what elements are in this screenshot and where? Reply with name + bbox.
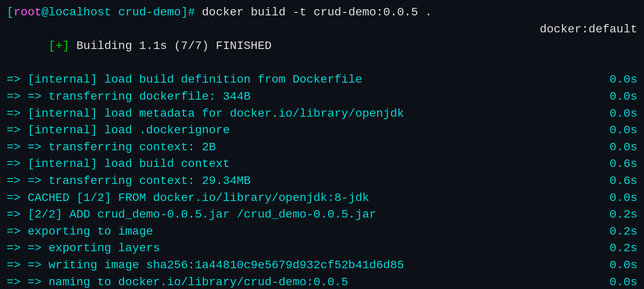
step-line-11: => => exporting layers 0.2s [7, 240, 637, 257]
step-text-8: => CACHED [1/2] FROM docker.io/library/o… [7, 190, 604, 207]
prompt-path: crud-demo [118, 4, 181, 21]
step-time-7: 0.6s [604, 173, 637, 190]
docker-default: docker:default [540, 21, 637, 72]
step-line-5: => => transferring context: 2B 0.0s [7, 139, 637, 156]
bracket-open: [ [7, 4, 14, 21]
step-text-3: => [internal] load metadata for docker.i… [7, 105, 604, 122]
step-text-1: => [internal] load build definition from… [7, 71, 604, 88]
step-time-4: 0.0s [604, 122, 637, 139]
step-text-7: => => transferring context: 29.34MB [7, 173, 604, 190]
terminal: [root@localhost crud-demo]# docker build… [7, 4, 637, 289]
step-line-2: => => transferring dockerfile: 344B 0.0s [7, 88, 637, 105]
step-text-12: => => writing image sha256:1a44810c9e567… [7, 257, 604, 274]
step-line-8: => CACHED [1/2] FROM docker.io/library/o… [7, 190, 637, 207]
bracket-close: ] [181, 4, 188, 21]
step-line-6: => [internal] load build context 0.6s [7, 156, 637, 173]
step-text-10: => exporting to image [7, 223, 604, 240]
step-text-4: => [internal] load .dockerignore [7, 122, 604, 139]
step-line-13: => => naming to docker.io/library/crud-d… [7, 274, 637, 289]
building-label: Building 1.1s (7/7) FINISHED [76, 39, 271, 52]
command-line: [root@localhost crud-demo]# docker build… [7, 4, 637, 21]
step-time-5: 0.0s [604, 139, 637, 156]
step-time-9: 0.2s [604, 206, 637, 223]
step-text-2: => => transferring dockerfile: 344B [7, 88, 604, 105]
step-text-6: => [internal] load build context [7, 156, 604, 173]
building-line: [+] Building 1.1s (7/7) FINISHED docker:… [7, 21, 637, 72]
prompt-cmd: docker build -t crud-demo:0.0.5 . [195, 4, 432, 21]
prompt-user: root [14, 4, 41, 21]
step-text-5: => => transferring context: 2B [7, 139, 604, 156]
prompt-host: localhost [49, 4, 111, 21]
step-text-13: => => naming to docker.io/library/crud-d… [7, 274, 604, 289]
step-time-12: 0.0s [604, 257, 637, 274]
step-line-12: => => writing image sha256:1a44810c9e567… [7, 257, 637, 274]
step-text-9: => [2/2] ADD crud_demo-0.0.5.jar /crud_d… [7, 206, 604, 223]
step-time-6: 0.6s [604, 156, 637, 173]
step-line-9: => [2/2] ADD crud_demo-0.0.5.jar /crud_d… [7, 206, 637, 223]
step-time-10: 0.2s [604, 223, 637, 240]
prompt-space [111, 4, 118, 21]
step-time-13: 0.0s [604, 274, 637, 289]
step-text-11: => => exporting layers [7, 240, 604, 257]
prompt-at: @ [41, 4, 49, 21]
step-line-10: => exporting to image 0.2s [7, 223, 637, 240]
step-time-8: 0.0s [604, 190, 637, 207]
step-time-1: 0.0s [604, 71, 637, 88]
step-line-7: => => transferring context: 29.34MB 0.6s [7, 173, 637, 190]
building-text: [+] Building 1.1s (7/7) FINISHED [7, 21, 272, 72]
step-time-11: 0.2s [604, 240, 637, 257]
step-line-3: => [internal] load metadata for docker.i… [7, 105, 637, 122]
plus-sign: [+] [49, 39, 76, 52]
step-line-4: => [internal] load .dockerignore 0.0s [7, 122, 637, 139]
step-time-2: 0.0s [604, 88, 637, 105]
prompt-hash: # [188, 4, 195, 21]
step-line-1: => [internal] load build definition from… [7, 71, 637, 88]
step-time-3: 0.0s [604, 105, 637, 122]
